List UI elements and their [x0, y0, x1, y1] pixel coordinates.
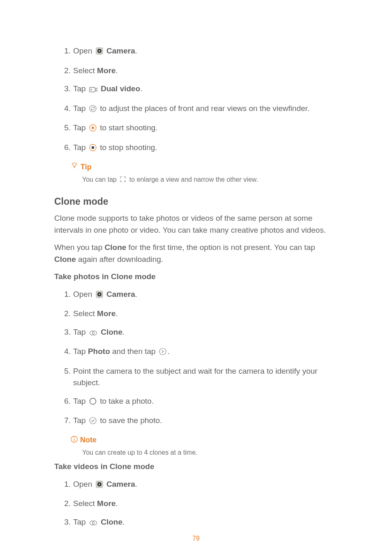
clone-label: Clone	[54, 255, 76, 264]
step-text: Open	[73, 46, 92, 55]
step-3: 3. Tap Clone.	[62, 326, 338, 340]
clone-para-2: When you tap Clone for the first time, t…	[54, 242, 338, 265]
step-1: 1. Open Camera.	[62, 479, 338, 492]
step-3: 3. Tap Clone.	[62, 516, 338, 530]
record-start-icon	[89, 123, 97, 135]
clone-label: Clone	[101, 518, 122, 526]
svg-line-14	[72, 163, 73, 163]
dual-video-icon	[89, 84, 97, 96]
step-5: 5. Tap to start shooting.	[62, 122, 338, 135]
tip-callout: Tip You can tap to enlarge a view and na…	[71, 161, 338, 185]
more-label: More	[97, 499, 115, 508]
photo-label: Photo	[88, 347, 110, 356]
svg-point-30	[90, 520, 94, 525]
take-videos-heading: Take videos in Clone mode	[54, 461, 338, 473]
clone-para-1: Clone mode supports to take photos or vi…	[54, 213, 338, 236]
dual-video-label: Dual video	[101, 84, 140, 93]
more-label: More	[97, 309, 115, 318]
svg-point-19	[90, 331, 94, 335]
step-6: 6. Tap to take a photo.	[62, 395, 338, 409]
step-text: Select	[73, 66, 95, 75]
clone-icon	[89, 518, 97, 530]
svg-point-7	[92, 127, 94, 129]
note-callout: Note You can create up to 4 clones at a …	[71, 435, 338, 458]
clone-mode-heading: Clone mode	[54, 194, 338, 209]
step-1: 1. Open Camera.	[62, 45, 338, 58]
take-photos-heading: Take photos in Clone mode	[54, 271, 338, 283]
tip-label: Tip	[81, 162, 92, 173]
lightbulb-icon	[71, 161, 78, 173]
svg-point-5	[90, 105, 96, 112]
step-4: 4. Tap Photo and then tap .	[62, 346, 338, 359]
svg-point-29	[99, 483, 100, 485]
camera-app-icon	[96, 290, 103, 302]
svg-point-21	[159, 348, 166, 355]
step-text: Tap	[73, 143, 86, 152]
camera-label: Camera	[106, 46, 135, 55]
note-body: You can create up to 4 clones at a time.	[82, 448, 338, 458]
dual-video-steps: 1. Open Camera. 2. Select More. 3. Tap	[54, 45, 338, 155]
svg-point-2	[99, 50, 100, 52]
info-icon	[71, 435, 78, 446]
svg-point-4	[90, 89, 92, 90]
step-2: 2. Select More.	[62, 308, 338, 320]
camera-app-icon	[96, 480, 103, 492]
record-stop-icon	[89, 143, 97, 155]
expand-view-icon	[120, 176, 126, 185]
svg-line-15	[76, 163, 76, 163]
svg-point-25	[74, 437, 75, 438]
next-icon	[159, 347, 166, 359]
page-number: 79	[0, 534, 392, 543]
more-label: More	[97, 66, 115, 75]
svg-point-22	[90, 398, 96, 404]
svg-point-20	[92, 331, 97, 335]
clone-photo-steps: 1. Open Camera. 2. Select More. 3. Tap	[54, 289, 338, 428]
note-label: Note	[80, 435, 97, 446]
svg-point-18	[99, 294, 100, 295]
step-7: 7. Tap to save the photo.	[62, 415, 338, 428]
step-text: Tap	[73, 104, 86, 113]
step-5: 5. Point the camera to the subject and w…	[62, 365, 338, 389]
step-text: to start shooting.	[100, 123, 157, 132]
clone-icon	[89, 328, 97, 340]
svg-rect-3	[89, 88, 95, 92]
note-head: Note	[71, 435, 338, 446]
step-text: Tap	[73, 84, 86, 93]
step-6: 6. Tap to stop shooting.	[62, 142, 338, 155]
camera-label: Camera	[106, 290, 135, 298]
svg-rect-9	[92, 146, 94, 149]
svg-point-31	[92, 520, 97, 525]
camera-label: Camera	[106, 480, 135, 488]
clone-label: Clone	[101, 328, 122, 336]
step-3: 3. Tap Dual video.	[62, 83, 338, 96]
step-4: 4. Tap to adjust the places of front and…	[62, 103, 338, 116]
step-2: 2. Select More.	[62, 498, 338, 510]
step-1: 1. Open Camera.	[62, 289, 338, 302]
tip-body: You can tap to enlarge a view and narrow…	[82, 175, 338, 185]
step-text: to stop shooting.	[100, 143, 157, 152]
step-2: 2. Select More.	[62, 65, 338, 77]
camera-app-icon	[96, 46, 103, 58]
swap-views-icon	[89, 104, 97, 116]
clone-video-steps: 1. Open Camera. 2. Select More. 3. Tap	[54, 479, 338, 530]
step-text: Tap	[73, 123, 86, 132]
step-text: to adjust the places of front and rear v…	[100, 104, 309, 113]
tip-head: Tip	[71, 161, 338, 173]
svg-point-23	[90, 417, 96, 424]
shutter-icon	[89, 397, 97, 409]
clone-label: Clone	[105, 243, 127, 252]
confirm-icon	[89, 416, 97, 428]
